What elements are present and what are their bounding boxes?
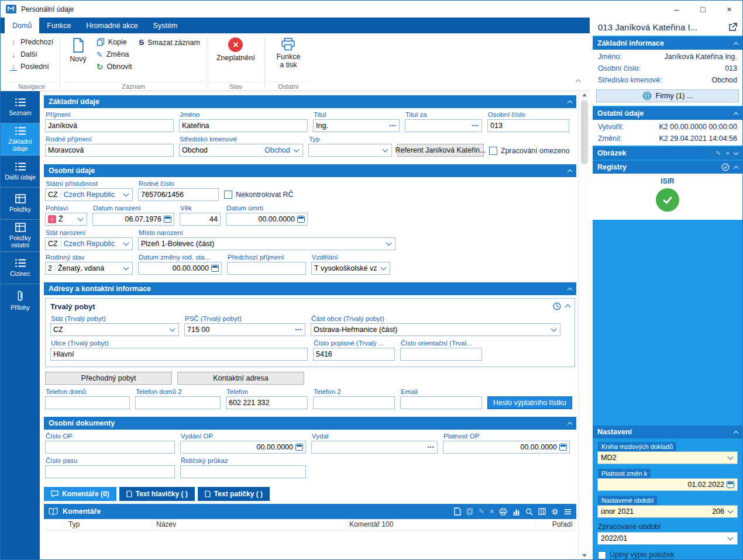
dropdown-icon[interactable] [385,243,393,245]
copy-icon[interactable] [466,508,473,515]
email-input[interactable] [400,396,482,409]
firms-button[interactable]: Firmy (1) ... [596,89,739,102]
search-icon[interactable] [525,508,533,516]
last-record-button[interactable]: ↓Poslední [8,62,56,71]
sidebar-item-cizinec[interactable]: Cizinec [1,252,40,284]
titul-input[interactable]: Ing.⋯ [313,119,400,132]
collapse-icon[interactable] [734,165,738,170]
scroll-down-arrow[interactable] [582,554,587,557]
misto-narozeni-input[interactable]: Plzeň 1-Bolevec (část) [138,237,395,250]
next-record-button[interactable]: ↓Další [8,50,56,59]
rodne-cislo-input[interactable]: 765706/1456 [138,188,219,201]
expand-icon[interactable] [734,150,738,154]
section-header-adresy[interactable]: Adresy a kontaktní informace [44,282,576,295]
jmeno-input[interactable]: Kateřina [179,119,308,132]
referent-button[interactable]: Referent Janíková Kateřin... [397,144,484,157]
new-comment-icon[interactable] [454,507,461,516]
panel-section-ostatni-udaje[interactable]: Ostatní údaje [593,107,742,120]
chart-icon[interactable] [512,508,520,516]
section-header-osobni-dokumenty[interactable]: Osobní dokumenty [44,417,576,430]
telefon-domu-input[interactable] [45,396,130,409]
datum-narozeni-input[interactable]: 06.07.1976 [92,213,174,226]
dropdown-icon[interactable] [77,218,84,220]
ellipsis-icon[interactable]: ⋯ [389,122,397,129]
collapse-icon[interactable] [567,169,572,174]
osobni-cislo-input[interactable]: 013 [487,119,569,132]
prechodny-pobyt-button[interactable]: Přechodný pobyt [45,372,172,385]
vertical-scrollbar[interactable] [578,91,590,559]
delete-record-button[interactable]: S Smazat záznam [137,37,202,47]
change-record-button[interactable]: ✎ Změna [94,50,135,59]
previous-record-button[interactable]: ↑Předchozí [8,37,56,47]
nastavene-obdobi-input[interactable]: únor 2021206 [597,505,738,518]
new-record-button[interactable]: Nový [64,36,91,63]
column-typ[interactable]: Typ [65,519,153,530]
kontaktni-adresa-button[interactable]: Kontaktní adresa [177,372,304,385]
collapse-ribbon-icon[interactable] [576,77,580,86]
isir-ok-status-icon[interactable] [656,188,679,212]
titul-za-input[interactable]: ⋯ [405,119,482,132]
close-button[interactable]: × [716,1,742,18]
zpracovani-omezeno-checkbox[interactable] [489,147,497,155]
maximize-button[interactable]: □ [690,1,716,18]
dropdown-icon[interactable] [380,267,387,269]
panel-section-registry[interactable]: Registry [593,161,742,174]
columns-icon[interactable] [538,508,546,515]
calendar-icon[interactable] [295,444,303,451]
scroll-up-arrow[interactable] [582,94,587,96]
rodne-prijmeni-input[interactable]: Moravcová [45,144,174,157]
ellipsis-icon[interactable]: ⋯ [295,326,302,333]
platnost-zmen-k-input[interactable]: 01.02.2022 [597,478,738,491]
telefon-domu-2-input[interactable] [135,396,221,409]
zpracovane-obdobi-input[interactable]: 2022/01 [597,532,738,545]
datum-zmeny-input[interactable]: 00.00.0000 [138,262,222,275]
typ-input[interactable] [308,144,392,157]
print-icon[interactable] [499,508,507,516]
nekontrolovat-rc-checkbox[interactable] [224,191,232,199]
ribbon-tab-system[interactable]: Systém [146,18,185,33]
panel-section-obrazek[interactable]: Obrázek ✎ × [593,147,742,160]
invalidate-button[interactable]: × Zneplatnění [211,36,260,62]
predchozi-prijmeni-input[interactable] [227,262,306,275]
tab-komentare[interactable]: Komentáře (0) [44,487,116,501]
calendar-icon[interactable] [164,216,171,223]
clock-icon[interactable] [553,302,561,310]
dropdown-icon[interactable] [168,329,176,331]
ridicsky-prukaz-input[interactable] [180,465,306,478]
kniha-mzdovych-dokladu-input[interactable]: MD2 [597,451,738,464]
vek-input[interactable]: 44 [180,213,221,226]
ribbon-tab-funkce[interactable]: Funkce [39,18,78,33]
dropdown-icon[interactable] [727,457,734,459]
dropdown-icon[interactable] [381,149,389,151]
menu-icon[interactable] [564,509,572,515]
calendar-icon[interactable] [559,444,567,451]
dropdown-icon[interactable] [122,193,130,196]
ribbon-tab-domu[interactable]: Domů [5,18,39,33]
dropdown-icon[interactable] [727,537,734,540]
collapse-icon[interactable] [565,305,571,310]
vydani-op-input[interactable]: 00.00.0000 [180,441,306,454]
stredisko-link[interactable]: Obchod [264,146,290,154]
sidebar-item-polozky-ostatni[interactable]: Položky ostatní [1,220,40,252]
telefon-input[interactable]: 602 221 332 [226,396,308,409]
column-poradi[interactable]: Pořadí [535,519,576,530]
dropdown-icon[interactable] [727,510,734,513]
prijmeni-input[interactable]: Janíková [45,119,174,132]
dropdown-icon[interactable] [550,329,558,331]
collapse-icon[interactable] [734,112,738,116]
uplny-vypis-polozek-checkbox[interactable] [598,551,606,559]
statni-prislusnost-input[interactable]: CZCzech Republic [45,188,133,201]
edit-image-icon[interactable]: ✎ [716,150,721,157]
ellipsis-icon[interactable]: ⋯ [472,122,479,129]
collapse-icon[interactable] [567,287,572,292]
copy-record-button[interactable]: Kopie [94,37,135,47]
dropdown-icon[interactable] [293,149,300,151]
section-header-osobni-udaje[interactable]: Osobní údaje [44,164,576,177]
minimize-button[interactable]: – [663,1,690,18]
tab-text-paticky[interactable]: Text patičky ( ) [198,487,270,501]
vzdelani-input[interactable]: T vysokoškolské vz... [311,262,390,275]
clear-image-icon[interactable]: × [726,150,730,157]
sidebar-item-polozky[interactable]: Položky [1,188,40,220]
calendar-icon[interactable] [297,216,305,223]
trvaly-pobyt-header[interactable]: Trvalý pobyt [46,299,575,314]
